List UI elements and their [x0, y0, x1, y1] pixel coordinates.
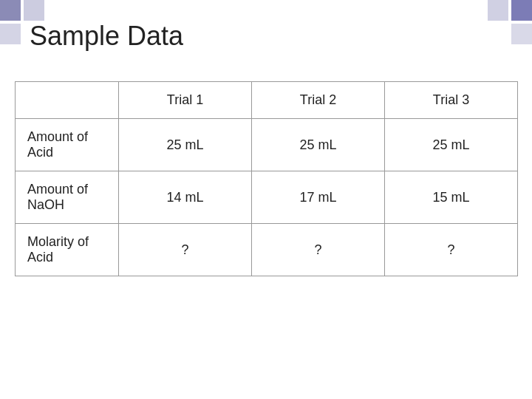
svg-rect-1	[24, 0, 44, 21]
svg-rect-5	[511, 24, 532, 44]
molarity-trial2: ?	[252, 224, 385, 276]
page-title: Sample Data	[30, 21, 183, 52]
acid-trial2: 25 mL	[252, 119, 385, 171]
sample-data-table: Trial 1 Trial 2 Trial 3 Amount of Acid 2…	[15, 81, 518, 276]
naoh-trial2: 17 mL	[252, 171, 385, 224]
row-label-naoh: Amount of NaOH	[16, 171, 119, 224]
naoh-trial3: 15 mL	[385, 171, 518, 224]
table-header-row: Trial 1 Trial 2 Trial 3	[16, 82, 518, 119]
svg-rect-3	[511, 0, 532, 21]
table-row: Molarity of Acid ? ? ?	[16, 224, 518, 276]
row-label-acid: Amount of Acid	[16, 119, 119, 171]
acid-trial3: 25 mL	[385, 119, 518, 171]
table-row: Amount of NaOH 14 mL 17 mL 15 mL	[16, 171, 518, 224]
acid-trial1: 25 mL	[119, 119, 252, 171]
header-trial3: Trial 3	[385, 82, 518, 119]
corner-tr-decoration	[473, 0, 532, 44]
svg-rect-2	[0, 24, 21, 44]
naoh-trial1: 14 mL	[119, 171, 252, 224]
svg-rect-0	[0, 0, 21, 21]
molarity-trial3: ?	[385, 224, 518, 276]
svg-rect-4	[488, 0, 508, 21]
data-table-container: Trial 1 Trial 2 Trial 3 Amount of Acid 2…	[15, 81, 517, 276]
molarity-trial1: ?	[119, 224, 252, 276]
header-trial1: Trial 1	[119, 82, 252, 119]
row-label-molarity: Molarity of Acid	[16, 224, 119, 276]
header-trial2: Trial 2	[252, 82, 385, 119]
table-row: Amount of Acid 25 mL 25 mL 25 mL	[16, 119, 518, 171]
header-col0	[16, 82, 119, 119]
